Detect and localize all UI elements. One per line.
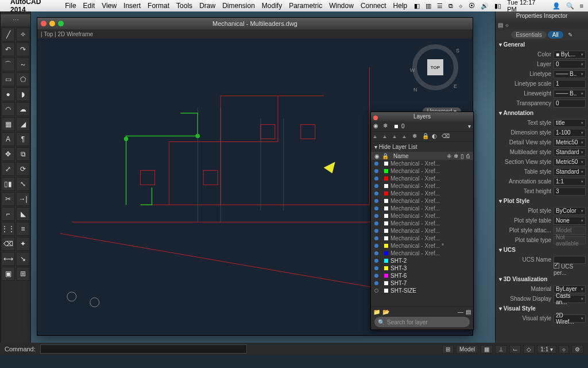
- mac-dock[interactable]: [0, 355, 588, 368]
- layer-row[interactable]: Mechanical - Xref...: [371, 227, 473, 235]
- layer-row[interactable]: Mechanical - Xref...: [371, 235, 473, 242]
- tablestyle-select[interactable]: Standard▾: [554, 168, 586, 176]
- status-ucs[interactable]: ⌙: [509, 345, 521, 354]
- layers-panel-title[interactable]: Layers: [371, 112, 473, 121]
- close-icon[interactable]: [41, 21, 47, 26]
- viewcube-face[interactable]: TOP: [427, 59, 443, 75]
- menu-window[interactable]: Window: [329, 2, 354, 10]
- volume-icon[interactable]: 🔊: [481, 2, 489, 10]
- status-settings[interactable]: ⚙: [571, 345, 583, 354]
- bluetooth-icon[interactable]: ⧉: [448, 2, 453, 10]
- layer-filter-icon[interactable]: ⟁: [393, 133, 401, 141]
- layer-freeze-icon[interactable]: ❄: [412, 133, 420, 141]
- menu-edit[interactable]: Edit: [83, 2, 95, 10]
- object-icon[interactable]: ▤: [498, 22, 503, 28]
- layer-lock-icon[interactable]: 🔒: [422, 133, 430, 141]
- insert-tool[interactable]: ⊞: [16, 267, 30, 281]
- new-group-icon[interactable]: 📂: [382, 309, 389, 315]
- menuextra-icon[interactable]: ⟐: [459, 2, 463, 9]
- status-ortho[interactable]: ⊥: [495, 345, 507, 354]
- layer-state-icon[interactable]: ⟁: [373, 133, 381, 141]
- layer-row[interactable]: Mechanical - Xref...: [371, 160, 473, 167]
- layer-row[interactable]: Mechanical - Xref...: [371, 175, 473, 182]
- section-annotation[interactable]: ▾ Annotation: [496, 108, 588, 118]
- layer-row[interactable]: Mechanical - Xref...: [371, 220, 473, 227]
- layer-row[interactable]: SHT-2: [371, 257, 473, 264]
- layer-row[interactable]: Mechanical - Xref...: [371, 197, 473, 205]
- minimize-icon[interactable]: [49, 21, 55, 26]
- color-select[interactable]: ■ ByL...▾: [554, 51, 586, 59]
- layer-row[interactable]: Mechanical - Xref...: [371, 182, 473, 190]
- menu-view[interactable]: View: [102, 2, 117, 10]
- text-tool[interactable]: A: [1, 132, 15, 146]
- current-layer-name[interactable]: 0: [401, 123, 466, 129]
- layer-row[interactable]: SHT-SIZE: [371, 287, 473, 294]
- menu-format[interactable]: Format: [148, 2, 169, 10]
- minus-icon[interactable]: —: [458, 309, 463, 315]
- chevron-down-icon[interactable]: ▾: [468, 123, 471, 129]
- layers-column-header[interactable]: ◉ 🔒 Name ⁜❄▯⎙: [371, 152, 473, 160]
- section-general[interactable]: ▾ General: [496, 40, 588, 49]
- window-titlebar[interactable]: Mechanical - Multileaders.dwg: [37, 18, 473, 29]
- menu-connect[interactable]: Connect: [361, 2, 386, 10]
- section-plotstyle[interactable]: ▾ Plot Style: [496, 196, 588, 206]
- viewcube[interactable]: TOP S E W N: [412, 44, 458, 90]
- spotlight-icon[interactable]: 🔍: [566, 2, 574, 10]
- edit-icon[interactable]: ✎: [568, 32, 572, 38]
- layer-row[interactable]: SHT-6: [371, 272, 473, 279]
- block-tool[interactable]: ▣: [1, 267, 15, 281]
- layer-color-swatch[interactable]: [394, 125, 398, 128]
- lock-icon[interactable]: 🔒: [382, 153, 389, 159]
- tab-essentials[interactable]: Essentials: [511, 31, 547, 39]
- menu-draw[interactable]: Draw: [199, 2, 215, 10]
- layer-row[interactable]: Mechanical - Xref...: [371, 212, 473, 220]
- line-tool[interactable]: ╱: [1, 28, 15, 41]
- ucs-per-checkbox[interactable]: [554, 263, 559, 269]
- stretch-tool[interactable]: ⤢: [1, 162, 15, 176]
- wifi-icon[interactable]: ⦿: [469, 2, 475, 9]
- layer-iso-icon[interactable]: ⟁: [383, 133, 391, 141]
- hide-layer-list-toggle[interactable]: ▾ Hide Layer List: [371, 142, 473, 152]
- gradient-tool[interactable]: ◢: [16, 117, 30, 131]
- erase-tool[interactable]: ⌫: [1, 237, 15, 251]
- mleader-select[interactable]: Standard▾: [554, 148, 586, 156]
- status-osnap[interactable]: ◇: [523, 345, 535, 354]
- menu-tools[interactable]: Tools: [176, 2, 192, 10]
- zoom-icon[interactable]: [58, 21, 64, 26]
- menuextra-icon[interactable]: ▥: [425, 2, 431, 10]
- layer-filter-icon[interactable]: ⟁: [403, 133, 411, 141]
- properties-title[interactable]: Properties Inspector: [496, 12, 588, 21]
- material-select[interactable]: ByLayer▾: [554, 285, 586, 293]
- section-ucs[interactable]: ▾ UCS: [496, 245, 588, 255]
- status-scale[interactable]: 1:1 ▾: [537, 345, 556, 354]
- extend-tool[interactable]: →|: [16, 192, 30, 206]
- arc-tool[interactable]: ◠: [1, 102, 15, 116]
- settings-icon[interactable]: ▤: [466, 309, 471, 315]
- mtext-tool[interactable]: ¶: [16, 132, 30, 146]
- linetype-select[interactable]: ─── B..▾: [554, 70, 586, 78]
- explode-tool[interactable]: ✦: [16, 237, 30, 251]
- array-tool[interactable]: ⋮⋮: [1, 222, 15, 236]
- trim-tool[interactable]: ✂: [1, 192, 15, 206]
- clock[interactable]: Tue 12:17 PM: [507, 0, 546, 13]
- layer-list[interactable]: Mechanical - Xref...Mechanical - Xref...…: [371, 160, 473, 294]
- layer-off-icon[interactable]: ◐: [432, 133, 440, 141]
- move-tool[interactable]: ✥: [1, 147, 15, 161]
- transparency-input[interactable]: 0: [554, 99, 586, 108]
- sectionview-select[interactable]: Metric50▾: [554, 158, 586, 166]
- plotstyle-select[interactable]: ByColor▾: [554, 207, 586, 215]
- circle-tool[interactable]: ●: [1, 87, 15, 101]
- layer-delete-icon[interactable]: ⌫: [442, 133, 450, 141]
- linetype-scale-input[interactable]: 1: [554, 80, 586, 88]
- layer-row[interactable]: Mechanical - Xref... *: [371, 242, 473, 250]
- user-icon[interactable]: 👤: [552, 2, 560, 10]
- layer-row[interactable]: Mechanical - Xref...: [371, 250, 473, 257]
- leader-tool[interactable]: ↘: [16, 252, 30, 266]
- dimstyle-select[interactable]: 1-100▾: [554, 129, 586, 137]
- redo-tool[interactable]: ↷: [16, 43, 30, 56]
- undo-tool[interactable]: ↶: [1, 43, 15, 56]
- layer-visibility-icon[interactable]: ◉: [373, 122, 381, 131]
- construction-line-tool[interactable]: ✧: [16, 28, 30, 41]
- palette-grip[interactable]: ⋯: [1, 14, 30, 26]
- menu-help[interactable]: Help: [393, 2, 408, 10]
